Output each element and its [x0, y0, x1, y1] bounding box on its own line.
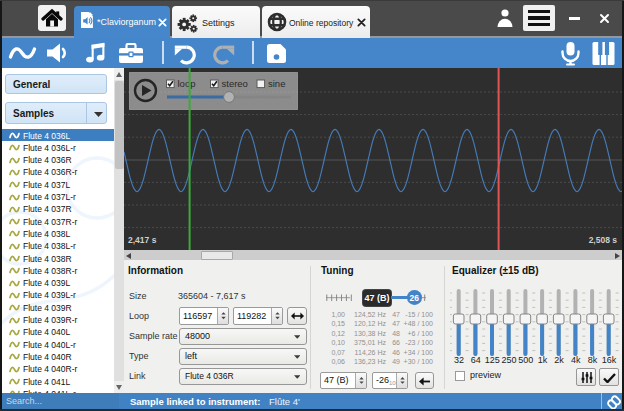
svg-text:sine: sine — [268, 78, 285, 89]
svg-text:2,508 s: 2,508 s — [589, 235, 618, 245]
svg-text:2,417 s: 2,417 s — [128, 235, 157, 245]
svg-text:stereo: stereo — [222, 78, 248, 89]
svg-text:loop: loop — [178, 78, 196, 89]
